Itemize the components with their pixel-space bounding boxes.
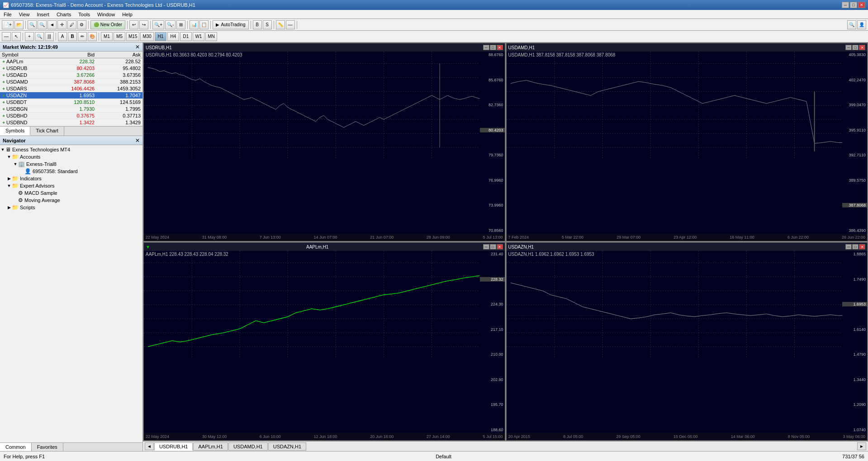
tf-h1[interactable]: H1 <box>155 32 166 41</box>
tree-root[interactable]: ▼ 🖥 Exness Technologies MT4 <box>0 146 142 153</box>
scroll-left-btn[interactable]: ◄ <box>47 20 57 29</box>
autotrading-button[interactable]: ▶ AutoTrading <box>213 20 248 29</box>
table-row[interactable]: ✦AAPLm228.32228.52 <box>0 58 142 65</box>
tf-w1[interactable]: W1 <box>193 32 204 41</box>
tpl2-btn[interactable]: 📋 <box>199 20 209 29</box>
draw-btn[interactable]: ✏ <box>78 32 87 41</box>
tab-favorites[interactable]: Favorites <box>32 443 63 451</box>
hline-btn[interactable]: — <box>286 20 295 29</box>
tf-m1[interactable]: M1 <box>101 32 113 41</box>
menu-help[interactable]: Help <box>119 11 136 18</box>
table-row[interactable]: ✦USDBDT120.8510124.5169 <box>0 99 142 106</box>
tree-accounts[interactable]: ▼ 📁 Accounts <box>0 153 142 160</box>
market-watch-close[interactable]: ✕ <box>135 44 140 50</box>
tabs-scroll-right[interactable]: ► <box>857 442 866 450</box>
chart-minimize-btn[interactable]: ─ <box>845 244 852 249</box>
tab-usdazn[interactable]: USDAZN,H1 <box>268 442 306 451</box>
zoom-in-chart[interactable]: 🔍+ <box>152 20 164 29</box>
navigator-tree: ▼ 🖥 Exness Technologies MT4 ▼ 📁 Accounts… <box>0 145 142 212</box>
tree-ma[interactable]: ⚙ Moving Average <box>0 197 142 204</box>
profile-btn[interactable]: 👤 <box>857 20 866 29</box>
chart-close-btn[interactable]: ✕ <box>859 45 865 50</box>
table-row[interactable]: ✦USDRUB80.420395.4802 <box>0 65 142 72</box>
open-btn[interactable]: 📂 <box>14 20 24 29</box>
zoom-in-btn[interactable]: 🔍 <box>28 20 37 29</box>
tf-mn[interactable]: MN <box>205 32 217 41</box>
tf-h4[interactable]: H4 <box>167 32 179 41</box>
minimize-button[interactable]: ─ <box>842 2 849 8</box>
chart-minimize-btn[interactable]: ─ <box>483 45 489 50</box>
color-btn[interactable]: 🎨 <box>88 32 97 41</box>
maximize-button[interactable]: □ <box>850 2 857 8</box>
table-row[interactable]: ✦USDAED3.672663.67356 <box>0 72 142 79</box>
tabs-scroll-left[interactable]: ◄ <box>145 442 154 450</box>
tf-d1[interactable]: D1 <box>180 32 192 41</box>
chart-usdamd-content[interactable]: USDAMD,H1 387.8158 387.8158 387.8068 387… <box>507 52 868 234</box>
indicators-btn[interactable]: 📊 <box>190 20 199 29</box>
buy-btn[interactable]: B <box>253 20 262 29</box>
tf-m15[interactable]: M15 <box>126 32 139 41</box>
tree-macd[interactable]: ⚙ MACD Sample <box>0 189 142 197</box>
tab-symbols[interactable]: Symbols <box>0 127 30 136</box>
menu-tools[interactable]: Tools <box>75 11 94 18</box>
chart-grid[interactable]: ⊞ <box>176 20 185 29</box>
zoom-out-btn[interactable]: 🔍 <box>38 20 47 29</box>
chart-aaplm-content[interactable]: AAPLm,H1 228.43 228.43 228.04 228.32 <box>144 251 505 433</box>
cursor-btn[interactable]: ↖ <box>12 32 21 41</box>
chart-close-btn[interactable]: ✕ <box>497 244 503 249</box>
new-order-button[interactable]: 🟢 New Order <box>90 20 125 29</box>
font-btn[interactable]: A <box>58 32 67 41</box>
tree-scripts[interactable]: ▶ 📁 Scripts <box>0 204 142 211</box>
chart-usdrub-content[interactable]: USDRUB,H1 80.3663 80.4203 80.2794 80.420… <box>144 52 505 234</box>
sell-btn[interactable]: S <box>263 20 272 29</box>
table-row[interactable]: ✦USDBND1.34221.3429 <box>0 119 142 126</box>
navigator-close[interactable]: ✕ <box>135 137 140 144</box>
tab-usdrub[interactable]: USDRUB,H1 <box>154 442 193 451</box>
chart-maximize-btn[interactable]: □ <box>490 45 496 50</box>
tab-usdamd[interactable]: USDAMD,H1 <box>228 442 268 451</box>
close-button[interactable]: ✕ <box>858 2 865 8</box>
tab-common[interactable]: Common <box>0 443 32 451</box>
table-row[interactable]: ✦USDAMD387.8068388.2153 <box>0 79 142 85</box>
tab-tick-chart[interactable]: Tick Chart <box>30 127 64 136</box>
table-row[interactable]: ✦USDBHD0.376750.37713 <box>0 113 142 119</box>
chart-usdazn-content[interactable]: USDAZN,H1 1.6962 1.6962 1.6953 1.6953 <box>507 251 868 433</box>
line-style-btn[interactable]: — <box>2 32 11 41</box>
redo-btn[interactable]: ↪ <box>139 20 148 29</box>
bottom-tabs: ◄ USDRUB,H1 AAPLm,H1 USDAMD,H1 USDAZN,H1… <box>143 441 868 451</box>
chart-minimize-btn[interactable]: ─ <box>845 45 852 50</box>
properties-btn[interactable]: 🖊 <box>67 20 76 29</box>
tf-m5[interactable]: M5 <box>114 32 125 41</box>
cross-cursor-btn[interactable]: + <box>25 32 34 41</box>
tree-account-69[interactable]: 👤 69507358: Standard <box>0 168 142 175</box>
table-row[interactable]: ✦USDAZN1.69531.7047 <box>0 92 142 99</box>
tree-expert-advisors[interactable]: ▼ 📁 Expert Advisors <box>0 182 142 189</box>
menu-file[interactable]: File <box>0 11 15 18</box>
search-btn[interactable]: 🔍 <box>847 20 856 29</box>
tpl-btn[interactable]: ⚙ <box>77 20 86 29</box>
menu-insert[interactable]: Insert <box>33 11 53 18</box>
tab-aaplm[interactable]: AAPLm,H1 <box>193 442 228 451</box>
table-row[interactable]: ✦USDARS1406.44261459.3052 <box>0 85 142 92</box>
table-row[interactable]: ✦USDBGN1.79301.7995 <box>0 106 142 113</box>
period-sep-btn[interactable]: ||| <box>45 32 54 41</box>
chart-minimize-btn[interactable]: ─ <box>483 244 489 249</box>
tf-m30[interactable]: M30 <box>140 32 153 41</box>
bold-btn[interactable]: B <box>68 32 77 41</box>
chart-close-btn[interactable]: ✕ <box>859 244 865 249</box>
chart-maximize-btn[interactable]: □ <box>852 45 859 50</box>
tree-indicators[interactable]: ▶ 📁 Indicators <box>0 175 142 182</box>
menu-window[interactable]: Window <box>94 11 119 18</box>
zoom-out-chart[interactable]: 🔍- <box>165 20 175 29</box>
crosshair-btn[interactable]: ✛ <box>57 20 66 29</box>
undo-btn[interactable]: ↩ <box>129 20 138 29</box>
new-chart-btn[interactable]: 📄+ <box>2 20 14 29</box>
chart-maximize-btn[interactable]: □ <box>852 244 859 249</box>
line-btn[interactable]: 📏 <box>276 20 285 29</box>
menu-charts[interactable]: Charts <box>53 11 75 18</box>
zoom-cursor-btn[interactable]: 🔍 <box>35 32 44 41</box>
tree-exness-trial[interactable]: ▼ 🏢 Exness-Trial8 <box>0 160 142 168</box>
chart-maximize-btn[interactable]: □ <box>490 244 496 249</box>
menu-view[interactable]: View <box>15 11 33 18</box>
chart-close-btn[interactable]: ✕ <box>497 45 503 50</box>
